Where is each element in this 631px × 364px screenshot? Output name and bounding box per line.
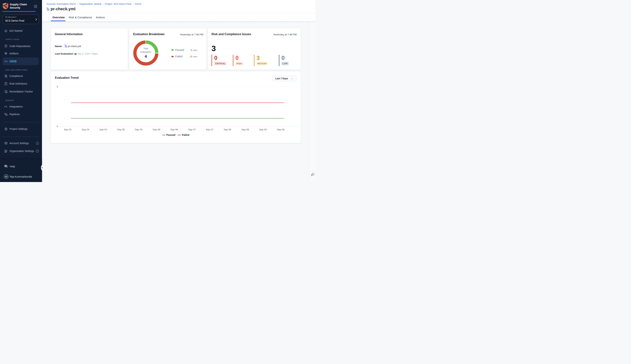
svg-text:?: ? xyxy=(5,165,6,166)
